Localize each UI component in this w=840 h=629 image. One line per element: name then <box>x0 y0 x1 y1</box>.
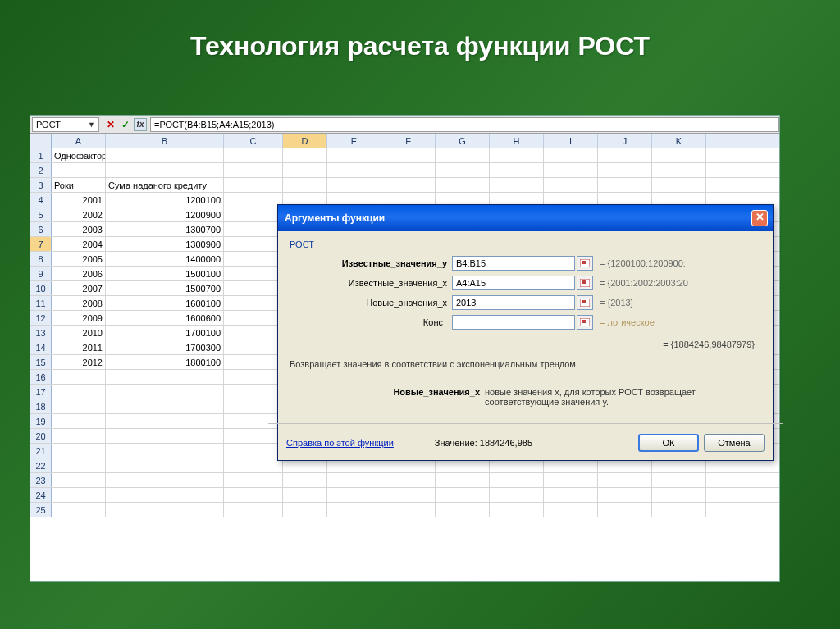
cell-D24[interactable] <box>283 488 327 502</box>
cell-B15[interactable]: 1800100 <box>106 355 224 369</box>
cell-B2[interactable] <box>106 163 224 177</box>
cell-C7[interactable] <box>224 237 283 251</box>
column-header-I[interactable]: I <box>544 134 598 148</box>
row-header-2[interactable]: 2 <box>30 163 52 177</box>
cell-C22[interactable] <box>224 458 283 472</box>
cell-B4[interactable]: 1200100 <box>106 193 224 207</box>
cell-A16[interactable] <box>52 370 106 384</box>
cell-I25[interactable] <box>544 503 598 517</box>
row-header-10[interactable]: 10 <box>30 281 52 295</box>
column-header-K[interactable]: K <box>652 134 706 148</box>
cell-A13[interactable]: 2010 <box>52 326 106 340</box>
cell-C12[interactable] <box>224 311 283 325</box>
column-header-J[interactable]: J <box>598 134 652 148</box>
cell-B12[interactable]: 1600600 <box>106 311 224 325</box>
row-header-1[interactable]: 1 <box>30 148 52 162</box>
cell-H1[interactable] <box>490 148 544 162</box>
row-header-12[interactable]: 12 <box>30 311 52 325</box>
row-header-15[interactable]: 15 <box>30 355 52 369</box>
row-header-5[interactable]: 5 <box>30 207 52 221</box>
cell-C10[interactable] <box>224 281 283 295</box>
help-link[interactable]: Справка по этой функции <box>286 438 394 448</box>
cell-E23[interactable] <box>327 473 381 487</box>
cell-C3[interactable] <box>224 178 283 192</box>
cell-C2[interactable] <box>224 163 283 177</box>
cell-A7[interactable]: 2004 <box>52 237 106 251</box>
column-header-G[interactable]: G <box>436 134 490 148</box>
cell-E2[interactable] <box>327 163 381 177</box>
column-header-B[interactable]: B <box>106 134 224 148</box>
cell-B17[interactable] <box>106 385 224 399</box>
cell-E3[interactable] <box>327 178 381 192</box>
cell-B1[interactable] <box>106 148 224 162</box>
cell-J23[interactable] <box>598 473 652 487</box>
cell-F23[interactable] <box>381 473 436 487</box>
select-all-corner[interactable] <box>30 134 52 148</box>
cell-A15[interactable]: 2012 <box>52 355 106 369</box>
row-header-21[interactable]: 21 <box>30 444 52 458</box>
cell-F25[interactable] <box>381 503 436 517</box>
cell-B20[interactable] <box>106 429 224 443</box>
cell-C1[interactable] <box>224 148 283 162</box>
insert-function-icon[interactable]: fx <box>134 118 147 131</box>
cell-C5[interactable] <box>224 207 283 221</box>
cell-I3[interactable] <box>544 178 598 192</box>
cell-G2[interactable] <box>436 163 490 177</box>
cell-G1[interactable] <box>436 148 490 162</box>
cell-C17[interactable] <box>224 385 283 399</box>
accept-formula-icon[interactable]: ✓ <box>119 118 132 131</box>
cell-B3[interactable]: Сума наданого кредиту <box>106 178 224 192</box>
cell-A11[interactable]: 2008 <box>52 296 106 310</box>
cell-A5[interactable]: 2002 <box>52 207 106 221</box>
cell-I23[interactable] <box>544 473 598 487</box>
cell-D2[interactable] <box>283 163 327 177</box>
cell-K1[interactable] <box>652 148 706 162</box>
cell-E1[interactable] <box>327 148 381 162</box>
cell-A6[interactable]: 2003 <box>52 222 106 236</box>
cell-B14[interactable]: 1700300 <box>106 340 224 354</box>
row-header-3[interactable]: 3 <box>30 178 52 192</box>
cell-B22[interactable] <box>106 458 224 472</box>
cell-J2[interactable] <box>598 163 652 177</box>
cell-K23[interactable] <box>652 473 706 487</box>
row-header-14[interactable]: 14 <box>30 340 52 354</box>
cell-B7[interactable]: 1300900 <box>106 237 224 251</box>
cell-K25[interactable] <box>652 503 706 517</box>
cell-A24[interactable] <box>52 488 106 502</box>
cell-C16[interactable] <box>224 370 283 384</box>
cell-C25[interactable] <box>224 503 283 517</box>
cell-A2[interactable] <box>52 163 106 177</box>
cell-C21[interactable] <box>224 444 283 458</box>
cell-A18[interactable] <box>52 399 106 413</box>
argument-input-2[interactable] <box>452 295 575 310</box>
range-selector-icon[interactable] <box>577 295 593 310</box>
cell-C24[interactable] <box>224 488 283 502</box>
row-header-17[interactable]: 17 <box>30 385 52 399</box>
row-header-20[interactable]: 20 <box>30 429 52 443</box>
cell-B9[interactable]: 1500100 <box>106 267 224 280</box>
argument-input-1[interactable] <box>452 276 575 290</box>
cell-C14[interactable] <box>224 340 283 354</box>
range-selector-icon[interactable] <box>577 256 593 271</box>
cell-C18[interactable] <box>224 399 283 413</box>
cell-D1[interactable] <box>283 148 327 162</box>
cell-B13[interactable]: 1700100 <box>106 326 224 340</box>
cell-F24[interactable] <box>381 488 436 502</box>
cell-G24[interactable] <box>436 488 490 502</box>
cell-B23[interactable] <box>106 473 224 487</box>
range-selector-icon[interactable] <box>577 315 593 330</box>
column-header-C[interactable]: C <box>224 134 283 148</box>
cell-D23[interactable] <box>283 473 327 487</box>
ok-button[interactable]: ОК <box>638 434 699 452</box>
row-header-7[interactable]: 7 <box>30 237 52 251</box>
cell-C9[interactable] <box>224 267 283 280</box>
cell-A21[interactable] <box>52 444 106 458</box>
cell-I2[interactable] <box>544 163 598 177</box>
cell-B11[interactable]: 1600100 <box>106 296 224 310</box>
cell-J24[interactable] <box>598 488 652 502</box>
name-box[interactable]: РОСТ ▼ <box>32 117 99 132</box>
cell-A9[interactable]: 2006 <box>52 267 106 280</box>
close-icon[interactable]: ✕ <box>751 210 768 226</box>
cell-A12[interactable]: 2009 <box>52 311 106 325</box>
cell-E24[interactable] <box>327 488 381 502</box>
